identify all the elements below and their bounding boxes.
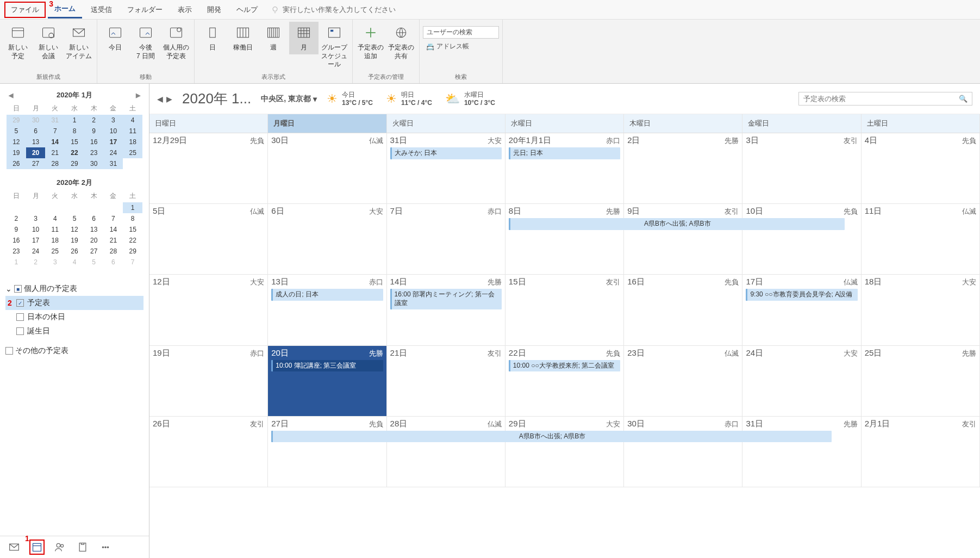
- checkbox-icon[interactable]: ■: [14, 285, 22, 293]
- add-calendar-button[interactable]: 予定表の 追加: [356, 22, 385, 63]
- calendar-cell[interactable]: 22日先負10:00 ○○大学教授来所; 第二会議室: [505, 346, 624, 416]
- calendar-cell[interactable]: 2日先勝: [624, 133, 742, 203]
- minical-day[interactable]: 5: [84, 257, 104, 268]
- minical-day[interactable]: 10: [26, 224, 46, 235]
- minical-day[interactable]: 29: [65, 158, 84, 169]
- minical-day[interactable]: 9: [7, 224, 26, 235]
- new-appointment-button[interactable]: 新しい 予定: [3, 22, 33, 63]
- minical-day[interactable]: 7: [104, 213, 123, 224]
- calendar-cell[interactable]: 5日仏滅: [149, 204, 268, 274]
- calendar-cell[interactable]: 18日大安: [862, 275, 980, 345]
- minical-next-button[interactable]: ▶: [136, 92, 140, 99]
- minical-day[interactable]: 3: [104, 115, 123, 126]
- minical-day[interactable]: 30: [26, 115, 46, 126]
- minical-day[interactable]: 12: [65, 224, 84, 235]
- minical-day[interactable]: 31: [104, 158, 123, 169]
- menu-view[interactable]: 表示: [171, 2, 198, 18]
- calendar-spanning-event[interactable]: A県B市へ出張; A県B市: [271, 431, 831, 443]
- minical-day[interactable]: 23: [84, 147, 104, 158]
- minical-day[interactable]: 18: [123, 137, 142, 147]
- minical-day[interactable]: 6: [84, 213, 104, 224]
- minical-day[interactable]: 26: [65, 246, 84, 257]
- minical-day[interactable]: 17: [26, 235, 46, 246]
- weather-item[interactable]: ⛅水曜日10°C / 3°C: [445, 91, 495, 107]
- minical-day[interactable]: 22: [65, 147, 84, 158]
- nav-people-button[interactable]: [53, 541, 66, 554]
- calendar-cell[interactable]: 12月29日先負: [149, 133, 268, 203]
- minical-day[interactable]: 19: [7, 147, 26, 158]
- calendar-cell[interactable]: 21日友引: [387, 346, 505, 416]
- calendar-event[interactable]: 成人の日; 日本: [271, 289, 383, 301]
- minical-day[interactable]: 29: [123, 246, 142, 257]
- checkbox-icon[interactable]: [16, 327, 24, 335]
- minical-day[interactable]: 22: [123, 235, 142, 246]
- calendar-cell[interactable]: 9日友引: [624, 204, 742, 274]
- calendar-cell[interactable]: 3日友引: [742, 133, 861, 203]
- minical-day[interactable]: 15: [65, 137, 84, 147]
- calendar-cell[interactable]: 15日友引: [505, 275, 624, 345]
- minical-day[interactable]: 6: [26, 126, 46, 137]
- minical-day[interactable]: 17: [104, 137, 123, 147]
- calendar-event[interactable]: 10:00 ○○大学教授来所; 第二会議室: [509, 360, 620, 372]
- minical-day[interactable]: 18: [45, 235, 65, 246]
- minical-day[interactable]: 31: [45, 115, 65, 126]
- calendar-cell[interactable]: 28日仏滅: [387, 417, 505, 487]
- group-schedule-button[interactable]: グループ スケジュール: [320, 22, 349, 71]
- minical-day[interactable]: 11: [123, 126, 142, 137]
- minical-day[interactable]: 1: [65, 115, 84, 126]
- minical-day[interactable]: 8: [65, 126, 84, 137]
- calendar-search-input[interactable]: [803, 95, 959, 103]
- menu-sendrecv[interactable]: 送受信: [84, 2, 118, 18]
- today-button[interactable]: 今日: [101, 22, 130, 54]
- calendar-cell[interactable]: 31日先勝: [742, 417, 861, 487]
- calendar-cell[interactable]: 16日先負: [624, 275, 742, 345]
- personal-calendar-button[interactable]: 個人用の 予定表: [161, 22, 191, 63]
- minical-day[interactable]: 29: [7, 115, 26, 126]
- minical-day[interactable]: 28: [104, 246, 123, 257]
- calendar-search-box[interactable]: 🔍: [798, 92, 972, 106]
- calendar-cell[interactable]: 24日大安: [742, 346, 861, 416]
- minical-day[interactable]: 27: [84, 246, 104, 257]
- minical-day[interactable]: 2: [26, 257, 46, 268]
- calendar-cell[interactable]: 12日大安: [149, 275, 268, 345]
- minical-day[interactable]: 25: [45, 246, 65, 257]
- minical-day[interactable]: 16: [84, 137, 104, 147]
- caltree-personal-group[interactable]: ⌄■個人用の予定表: [5, 282, 143, 296]
- address-book-button[interactable]: 📇アドレス帳: [423, 41, 472, 52]
- checkbox-checked-icon[interactable]: ✓: [16, 299, 24, 307]
- minical-day[interactable]: 27: [26, 158, 46, 169]
- minical-day[interactable]: 9: [84, 126, 104, 137]
- minical-day[interactable]: 16: [7, 235, 26, 246]
- minical-day[interactable]: 10: [104, 126, 123, 137]
- nav-calendar-button[interactable]: [30, 541, 43, 554]
- nav-tasks-button[interactable]: [76, 541, 89, 554]
- search-icon[interactable]: 🔍: [959, 95, 967, 103]
- minical-day[interactable]: 4: [123, 115, 142, 126]
- calendar-cell[interactable]: 20年1月1日赤口元日; 日本: [505, 133, 624, 203]
- calendar-spanning-event[interactable]: A県B市へ出張; A県B市: [509, 218, 845, 230]
- minical-day[interactable]: 4: [45, 213, 65, 224]
- calendar-cell[interactable]: 14日先勝16:00 部署内ミーティング; 第一会議室: [387, 275, 505, 345]
- minical-day[interactable]: 3: [45, 257, 65, 268]
- minical-day[interactable]: 6: [104, 257, 123, 268]
- prev-month-button[interactable]: ◀: [157, 95, 163, 103]
- checkbox-icon[interactable]: [16, 313, 24, 321]
- new-meeting-button[interactable]: 新しい 会議: [34, 22, 63, 63]
- calendar-cell[interactable]: 13日赤口成人の日; 日本: [268, 275, 386, 345]
- calendar-cell[interactable]: 30日赤口: [624, 417, 742, 487]
- minical-day[interactable]: 13: [26, 137, 46, 147]
- calendar-cell[interactable]: 2月1日友引: [862, 417, 980, 487]
- minical-day[interactable]: 21: [45, 147, 65, 158]
- minical-day[interactable]: 1: [7, 257, 26, 268]
- calendar-cell[interactable]: 29日大安: [505, 417, 624, 487]
- minical-day[interactable]: 14: [104, 224, 123, 235]
- minical-day[interactable]: 24: [104, 147, 123, 158]
- minical-day[interactable]: 28: [45, 158, 65, 169]
- calendar-cell[interactable]: 26日友引: [149, 417, 268, 487]
- menu-folder[interactable]: フォルダー: [121, 2, 169, 18]
- location-selector[interactable]: 中央区, 東京都▾: [261, 94, 317, 104]
- calendar-event[interactable]: 9:30 ○○市教育委員会見学会; A設備: [746, 289, 857, 301]
- new-items-button[interactable]: 新しい アイテム: [64, 22, 93, 63]
- minical-day[interactable]: 5: [7, 126, 26, 137]
- minical-day[interactable]: 7: [45, 126, 65, 137]
